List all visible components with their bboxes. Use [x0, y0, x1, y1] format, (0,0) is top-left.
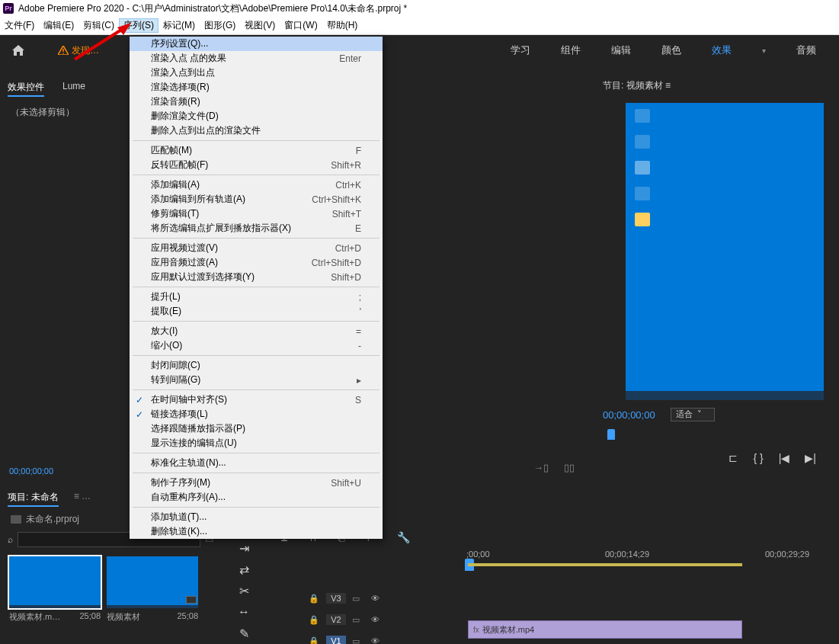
program-playhead[interactable]	[607, 429, 615, 440]
menu-item[interactable]: 应用音频过渡(A)Ctrl+Shift+D	[130, 255, 383, 270]
menu-item[interactable]: 标记(M)	[159, 19, 200, 32]
track-label[interactable]: V1	[326, 636, 346, 644]
menu-item[interactable]: 删除入点到出点的渲染文件	[130, 123, 383, 138]
workspace-tab[interactable]: 学习	[511, 43, 530, 57]
program-monitor-video[interactable]	[626, 103, 824, 400]
pen-tool-icon[interactable]: ✎	[236, 626, 251, 640]
menu-item-label: 制作子序列(M)	[151, 476, 331, 489]
menu-item[interactable]: 反转匹配帧(F)Shift+R	[130, 158, 383, 172]
project-item[interactable]: 视频素材25;08	[107, 556, 198, 623]
workspace-tab[interactable]: 颜色	[661, 43, 681, 57]
menu-item[interactable]: 添加编辑(A)Ctrl+K	[130, 178, 383, 192]
overwrite-icon[interactable]: ▯▯	[564, 462, 575, 473]
slip-tool-icon[interactable]: ↔	[236, 605, 251, 619]
program-timecode-row: 00;00;00;00 适合 ˅	[595, 403, 839, 426]
project-item[interactable]: 视频素材.m…25;08	[9, 556, 101, 623]
menu-item[interactable]: 帮助(H)	[322, 19, 363, 32]
menu-separator	[133, 140, 379, 141]
menu-item[interactable]: 选择跟随播放指示器(P)	[130, 421, 383, 436]
tab-project[interactable]: 项目: 未命名	[8, 491, 59, 507]
mark-in-icon[interactable]: ⊏	[729, 452, 738, 464]
mark-out-icon[interactable]: { }	[753, 452, 763, 464]
timeline-clip[interactable]: fx 视频素材.mp4	[468, 620, 742, 639]
insert-icon[interactable]: →▯	[533, 462, 549, 473]
ripple-tool-icon[interactable]: ⇄	[236, 562, 251, 576]
eye-icon[interactable]: 👁	[369, 636, 381, 644]
menu-item[interactable]: 放大(I)=	[130, 324, 383, 338]
eye-icon[interactable]: 👁	[369, 594, 381, 603]
menu-item[interactable]: 编辑(E)	[39, 19, 78, 32]
menu-item[interactable]: 添加轨道(T)...	[130, 510, 383, 524]
clip-name: 视频素材.mp4	[482, 624, 534, 636]
razor-tool-icon[interactable]: ✂	[236, 584, 251, 598]
menu-item[interactable]: 标准化主轨道(N)...	[130, 456, 383, 470]
track-label[interactable]: V2	[326, 614, 346, 625]
lock-icon[interactable]: 🔒	[308, 636, 320, 645]
menu-item[interactable]: 制作子序列(M)Shift+U	[130, 476, 383, 490]
work-area-bar[interactable]	[468, 563, 742, 566]
wrench-icon[interactable]: 🔧	[397, 531, 410, 543]
timeline-ruler[interactable]: ;00;00 00;00;14;29 00;00;29;29	[460, 549, 839, 571]
tab-effect-controls[interactable]: 效果控件	[8, 81, 44, 97]
menu-item[interactable]: 提取(E)'	[130, 304, 383, 319]
menu-item[interactable]: 渲染入点 点的效果Enter	[130, 51, 383, 66]
menu-item[interactable]: 应用默认过渡到选择项(Y)Shift+D	[130, 270, 383, 284]
lock-icon[interactable]: 🔒	[308, 615, 320, 625]
menu-item[interactable]: 将所选编辑点扩展到播放指示器(X)E	[130, 221, 383, 235]
menu-item[interactable]: 修剪编辑(T)Shift+T	[130, 207, 383, 221]
workspace-tab[interactable]: 编辑	[611, 43, 631, 57]
menu-item[interactable]: 视图(V)	[240, 19, 280, 32]
menu-item[interactable]: 缩小(O)-	[130, 338, 383, 353]
menu-item[interactable]: 删除轨道(K)...	[130, 524, 383, 539]
menu-separator	[133, 507, 379, 508]
program-ruler[interactable]	[603, 431, 831, 446]
zoom-fit-select[interactable]: 适合 ˅	[671, 408, 715, 421]
track-label[interactable]: V3	[326, 593, 346, 604]
step-fwd-icon[interactable]: ▶|	[805, 452, 816, 464]
sync-lock-icon[interactable]: ▭	[352, 636, 363, 645]
menu-item[interactable]: ✓链接选择项(L)	[130, 407, 383, 421]
menu-item[interactable]: 转到间隔(G)▸	[130, 373, 383, 387]
chevron-down-icon[interactable]: ▾	[762, 46, 766, 55]
menu-item[interactable]: 序列(S)	[119, 18, 159, 33]
home-icon[interactable]	[9, 41, 27, 59]
track-header[interactable]: 🔒V3▭👁	[270, 588, 839, 609]
shortcut-label: Ctrl+Shift+K	[312, 194, 361, 205]
workspace-tab[interactable]: 组件	[561, 43, 581, 57]
menu-item-label: 添加编辑(A)	[151, 178, 335, 191]
menu-item[interactable]: 应用视频过渡(V)Ctrl+D	[130, 241, 383, 255]
track-select-tool-icon[interactable]: ⇥	[236, 541, 251, 555]
step-back-icon[interactable]: |◀	[779, 452, 790, 464]
menu-item[interactable]: 显示连接的编辑点(U)	[130, 436, 383, 450]
lock-icon[interactable]: 🔒	[308, 594, 320, 604]
program-timecode[interactable]: 00;00;00;00	[603, 409, 655, 421]
menu-item[interactable]: 封闭间隙(C)	[130, 358, 383, 373]
warning-notice[interactable]: 发现…	[58, 44, 99, 57]
menu-item-label: 显示连接的编辑点(U)	[151, 437, 361, 450]
menu-item[interactable]: 窗口(W)	[280, 19, 322, 32]
sync-lock-icon[interactable]: ▭	[352, 594, 363, 604]
menu-item[interactable]: 渲染音频(R)	[130, 95, 383, 109]
menu-item[interactable]: ✓在时间轴中对齐(S)S	[130, 392, 383, 407]
menu-item[interactable]: 剪辑(C)	[78, 19, 119, 32]
sync-lock-icon[interactable]: ▭	[352, 615, 363, 625]
menu-item[interactable]: 添加编辑到所有轨道(A)Ctrl+Shift+K	[130, 192, 383, 207]
eye-icon[interactable]: 👁	[369, 615, 381, 624]
menu-item[interactable]: 自动重构序列(A)...	[130, 490, 383, 505]
menu-item-label: 渲染音频(R)	[151, 95, 361, 108]
menu-item[interactable]: 渲染选择项(R)	[130, 80, 383, 95]
menu-item[interactable]: 图形(G)	[200, 19, 240, 32]
menu-item[interactable]: 序列设置(Q)...	[130, 37, 383, 51]
menu-item-label: 渲染选择项(R)	[151, 81, 361, 94]
tab-lumetri[interactable]: Lume	[62, 81, 85, 97]
panel-menu-icon[interactable]: ≡ …	[74, 491, 91, 507]
warning-text: 发现…	[72, 44, 99, 57]
menu-item[interactable]: 匹配帧(M)F	[130, 143, 383, 158]
menu-item[interactable]: 渲染入点到出点	[130, 66, 383, 80]
menu-item-label: 将所选编辑点扩展到播放指示器(X)	[151, 222, 355, 235]
workspace-tab[interactable]: 音频	[796, 43, 816, 57]
workspace-tab[interactable]: 效果	[712, 43, 732, 57]
menu-item[interactable]: 提升(L);	[130, 290, 383, 304]
menu-item[interactable]: 文件(F)	[0, 19, 39, 32]
menu-item[interactable]: 删除渲染文件(D)	[130, 109, 383, 123]
